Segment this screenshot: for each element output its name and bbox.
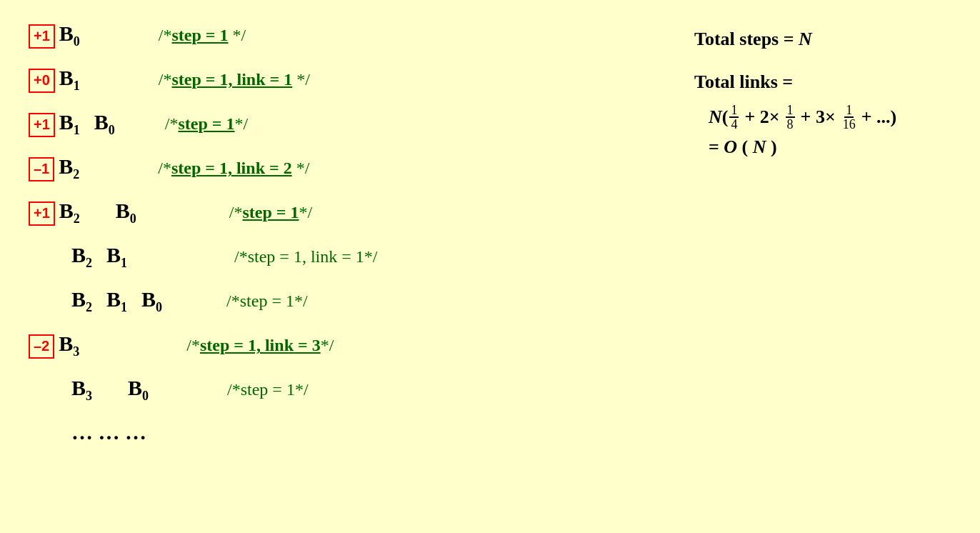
b0-term-5: B0 (116, 199, 136, 226)
total-steps: Total steps = N (694, 29, 951, 50)
badge-3: +1 (29, 113, 55, 137)
formula-open-paren: ( (722, 106, 729, 128)
b2-term-6: B2 (71, 243, 92, 271)
b0-term-3: B0 (94, 110, 115, 138)
plus-1: + 2× (744, 106, 779, 128)
total-steps-label: Total steps = (694, 29, 799, 49)
comment-6: /*step = 1, link = 1*/ (234, 247, 377, 266)
b1-term-6: B1 (106, 243, 127, 271)
b1-term-3: B1 (59, 110, 80, 138)
frac-1-4: 1 4 (729, 104, 739, 131)
badge-1: +1 (29, 24, 55, 49)
comment-7: /*step = 1*/ (226, 292, 308, 311)
comment-4: /*step = 1, link = 2 */ (158, 159, 309, 178)
b1-term-7: B1 (106, 287, 127, 315)
row-2: +0 B1 /*step = 1, link = 1 */ (29, 66, 666, 103)
comment-3: /*step = 1*/ (165, 114, 248, 134)
row-6: B2 B1 /*step = 1, link = 1*/ (71, 243, 666, 280)
b3-term-9: B3 (71, 376, 92, 404)
frac-1-16: 1 16 (841, 104, 857, 131)
on-n-val: N (753, 136, 766, 157)
comment-9: /*step = 1*/ (227, 380, 309, 399)
row-3: +1 B1 B0 /*step = 1*/ (29, 110, 666, 147)
on-n: O (724, 136, 737, 157)
badge-8: –2 (29, 334, 54, 359)
frac-1-16-bot: 16 (841, 118, 857, 131)
frac-1-8-top: 1 (786, 104, 795, 118)
frac-1-16-top: 1 (844, 104, 854, 118)
total-steps-value: N (799, 29, 812, 49)
b1-term-2: B1 (59, 66, 80, 94)
formula-n: N (709, 106, 722, 128)
right-panel: Total steps = N Total links = N ( 1 4 + … (666, 14, 951, 519)
b3-term-8: B3 (59, 332, 79, 359)
plus-2: + 3× (801, 106, 836, 128)
frac-1-8: 1 8 (786, 104, 795, 131)
comment-2: /*step = 1, link = 1 */ (159, 70, 310, 89)
b0-term-7: B0 (141, 287, 162, 315)
comment-5: /*step = 1*/ (229, 203, 312, 222)
row-8: –2 B3 /*step = 1, link = 3*/ (29, 332, 666, 369)
b2-term-7: B2 (71, 287, 92, 315)
badge-4: –1 (29, 157, 54, 181)
badge-5: +1 (29, 201, 55, 226)
on-line: = O ( N ) (709, 136, 951, 158)
frac-1-4-bot: 4 (729, 118, 739, 131)
on-equals: = (709, 136, 724, 157)
on-paren: ( (742, 136, 749, 157)
b2-term-4: B2 (59, 154, 79, 182)
row-4: –1 B2 /*step = 1, link = 2 */ (29, 154, 666, 191)
frac-1-8-bot: 8 (786, 118, 795, 131)
row-5: +1 B2 B0 /*step = 1*/ (29, 199, 666, 236)
badge-2: +0 (29, 69, 55, 93)
main-container: +1 B0 /*step = 1 */ +0 B1 /*step = 1, li… (0, 0, 980, 533)
left-panel: +1 B0 /*step = 1 */ +0 B1 /*step = 1, li… (29, 14, 666, 519)
frac-1-4-top: 1 (729, 104, 739, 118)
comment-8: /*step = 1, link = 3*/ (186, 336, 334, 355)
b0-term-1: B0 (59, 21, 80, 49)
row-1: +1 B0 /*step = 1 */ (29, 21, 666, 59)
ellipsis: … … … (71, 420, 666, 444)
b0-term-9: B0 (128, 376, 149, 404)
b2-term-5: B2 (59, 199, 80, 226)
plus-dots: + ...) (861, 106, 896, 128)
row-7: B2 B1 B0 /*step = 1*/ (71, 287, 666, 324)
row-9: B3 B0 /*step = 1*/ (71, 376, 666, 413)
total-links-label: Total links = (694, 71, 951, 93)
formula-line: N ( 1 4 + 2× 1 8 + 3× 1 16 + ...) (709, 104, 951, 131)
on-close: ) (771, 136, 777, 157)
comment-1: /*step = 1 */ (159, 26, 246, 45)
